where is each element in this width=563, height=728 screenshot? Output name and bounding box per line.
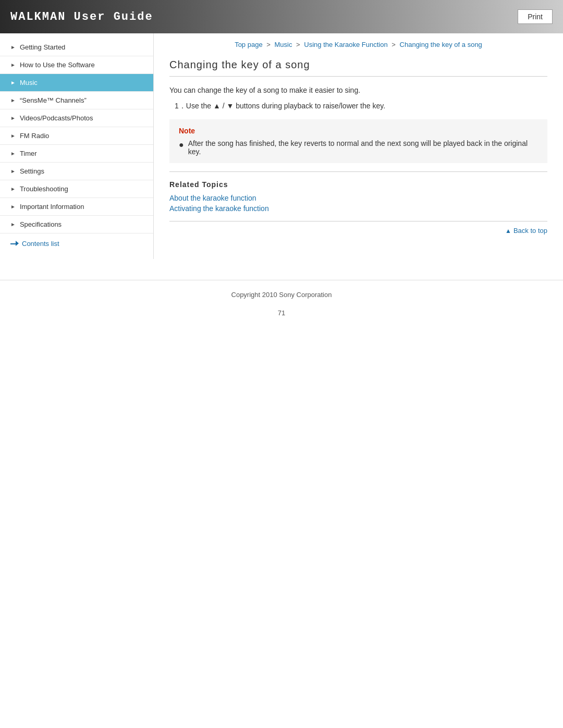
- sidebar-item-settings[interactable]: ►Settings: [0, 163, 153, 180]
- sidebar-arrow: ►: [10, 44, 16, 50]
- sidebar-arrow: ►: [10, 151, 16, 156]
- main-content: Top page > Music > Using the Karaoke Fun…: [154, 33, 563, 250]
- note-title: Note: [179, 127, 538, 135]
- sidebar-arrow: ►: [10, 204, 16, 209]
- note-item: ● After the song has finished, the key r…: [179, 139, 538, 156]
- sidebar-item-timer[interactable]: ►Timer: [0, 145, 153, 163]
- back-to-top-icon: ▲: [505, 227, 511, 235]
- sidebar-arrow: ►: [10, 133, 16, 139]
- sidebar-item-troubleshooting[interactable]: ►Troubleshooting: [0, 180, 153, 198]
- intro-text: You can change the key of a song to make…: [169, 86, 547, 94]
- sidebar-arrow: ►: [10, 221, 16, 227]
- print-button[interactable]: Print: [518, 9, 553, 24]
- sidebar-arrow: ►: [10, 97, 16, 103]
- breadcrumb: Top page > Music > Using the Karaoke Fun…: [169, 33, 547, 54]
- back-to-top-link[interactable]: ▲ Back to top: [505, 227, 547, 235]
- breadcrumb-current[interactable]: Changing the key of a song: [400, 41, 482, 48]
- sidebar-label: Timer: [20, 150, 37, 157]
- sidebar-label: Specifications: [20, 220, 62, 228]
- back-to-top-label: Back to top: [513, 227, 547, 235]
- note-box: Note ● After the song has finished, the …: [169, 119, 547, 163]
- sidebar-item-important-information[interactable]: ►Important Information: [0, 198, 153, 216]
- note-text: After the song has finished, the key rev…: [188, 139, 538, 156]
- sidebar-label: Videos/Podcasts/Photos: [20, 114, 93, 122]
- back-to-top-row: ▲ Back to top: [169, 221, 547, 235]
- breadcrumb-top-page[interactable]: Top page: [235, 41, 263, 48]
- related-link-karaoke-about[interactable]: About the karaoke function: [169, 194, 547, 202]
- breadcrumb-music[interactable]: Music: [274, 41, 292, 48]
- related-link-karaoke-activate[interactable]: Activating the karaoke function: [169, 204, 547, 213]
- sidebar-arrow: ►: [10, 62, 16, 68]
- sidebar-item-specifications[interactable]: ►Specifications: [0, 216, 153, 233]
- sidebar-arrow: ►: [10, 168, 16, 174]
- copyright: Copyright 2010 Sony Corporation: [231, 291, 332, 299]
- sidebar-label: Getting Started: [20, 43, 65, 51]
- sidebar-label: FM Radio: [20, 132, 49, 140]
- sidebar-item-how-to-use-the-software[interactable]: ►How to Use the Software: [0, 56, 153, 74]
- sidebar-label: Settings: [20, 167, 44, 175]
- sidebar-item-fm-radio[interactable]: ►FM Radio: [0, 127, 153, 145]
- sidebar-label: Troubleshooting: [20, 185, 68, 193]
- contents-list-label: Contents list: [22, 240, 59, 248]
- sidebar-item-music[interactable]: ►Music: [0, 74, 153, 92]
- page-title: Changing the key of a song: [169, 59, 547, 77]
- sidebar-arrow: ►: [10, 80, 16, 85]
- sidebar-label: Music: [20, 79, 38, 87]
- breadcrumb-sep-2: >: [296, 41, 302, 48]
- contents-list-link[interactable]: Contents list: [0, 233, 153, 254]
- sidebar-item-videos-podcasts-photos[interactable]: ►Videos/Podcasts/Photos: [0, 109, 153, 127]
- sidebar: ►Getting Started►How to Use the Software…: [0, 33, 154, 259]
- step-1: 1．Use the ▲ / ▼ buttons during playback …: [169, 102, 547, 111]
- sidebar-label: “SensMe™ Channels”: [20, 96, 87, 104]
- sidebar-label: Important Information: [20, 203, 84, 211]
- note-bullet: ●: [179, 139, 184, 151]
- breadcrumb-karaoke-function[interactable]: Using the Karaoke Function: [304, 41, 387, 48]
- footer: Copyright 2010 Sony Corporation: [0, 280, 563, 304]
- sidebar-item-getting-started[interactable]: ►Getting Started: [0, 39, 153, 56]
- sidebar-arrow: ►: [10, 115, 16, 121]
- page-number: 71: [0, 304, 563, 327]
- main-layout: ►Getting Started►How to Use the Software…: [0, 33, 563, 259]
- sidebar-item--sensme--channels-[interactable]: ►“SensMe™ Channels”: [0, 92, 153, 109]
- related-topics: Related Topics About the karaoke functio…: [169, 171, 547, 213]
- app-title: WALKMAN User Guide: [10, 10, 153, 23]
- sidebar-label: How to Use the Software: [20, 61, 95, 69]
- contents-list-arrow-icon: [10, 241, 19, 246]
- breadcrumb-sep-3: >: [391, 41, 397, 48]
- sidebar-arrow: ►: [10, 186, 16, 192]
- breadcrumb-sep-1: >: [266, 41, 272, 48]
- header: WALKMAN User Guide Print: [0, 0, 563, 33]
- related-topics-title: Related Topics: [169, 180, 547, 189]
